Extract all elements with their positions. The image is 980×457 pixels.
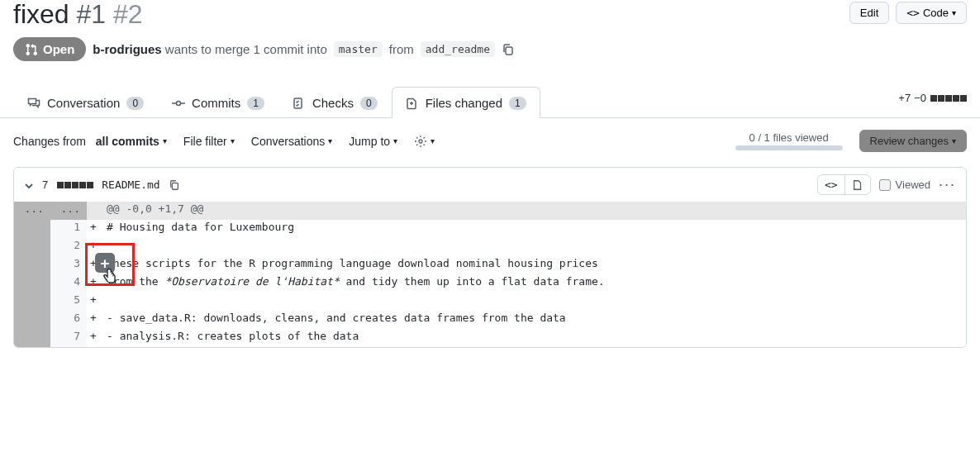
file-diff-icon bbox=[406, 97, 419, 110]
page-title: fixed #1 #2 bbox=[13, 0, 143, 29]
checks-count: 0 bbox=[360, 97, 378, 110]
caret-down-icon: ▾ bbox=[952, 8, 956, 17]
svg-point-7 bbox=[419, 140, 422, 143]
diff-line[interactable]: 5 + bbox=[14, 293, 966, 311]
author-link[interactable]: b-rodrigues bbox=[93, 42, 161, 56]
merge-action-text: wants to merge 1 commit into bbox=[165, 42, 327, 56]
caret-down-icon: ▾ bbox=[952, 136, 956, 145]
comment-discussion-icon bbox=[27, 97, 40, 110]
gear-icon bbox=[414, 135, 427, 148]
diff-hunk-header[interactable]: ... ... @@ -0,0 +1,7 @@ bbox=[14, 202, 966, 220]
from-label: from bbox=[389, 42, 414, 56]
files-viewed-progress: 0 / 1 files viewed bbox=[735, 131, 843, 150]
caret-down-icon: ▾ bbox=[328, 136, 332, 145]
diff-line[interactable]: 1 + # Housing data for Luxembourg bbox=[14, 220, 966, 238]
diffstat: +7 −0 bbox=[898, 92, 967, 112]
jump-to-dropdown[interactable]: Jump to ▾ bbox=[349, 135, 397, 148]
diff-line[interactable]: 3 + These scripts for the R programming … bbox=[14, 256, 966, 274]
conversations-dropdown[interactable]: Conversations ▾ bbox=[251, 135, 333, 148]
git-pull-request-icon bbox=[25, 43, 38, 56]
source-view-button[interactable]: <> bbox=[818, 175, 845, 194]
rendered-view-button[interactable] bbox=[845, 175, 870, 194]
copy-filepath-icon[interactable] bbox=[169, 179, 180, 191]
changes-from-dropdown[interactable]: Changes from all commits ▾ bbox=[13, 135, 167, 148]
file-name[interactable]: README.md bbox=[102, 179, 159, 191]
compare-branch-chip[interactable]: add_readme bbox=[421, 41, 495, 57]
conversation-count: 0 bbox=[126, 97, 144, 110]
diffstat-blocks-icon bbox=[56, 179, 93, 191]
commits-count: 1 bbox=[247, 97, 264, 110]
review-changes-button[interactable]: Review changes ▾ bbox=[859, 130, 967, 152]
edit-button[interactable]: Edit bbox=[849, 2, 889, 24]
state-badge-open: Open bbox=[13, 37, 86, 61]
diff-line[interactable]: 7 + - analysis.R: creates plots of the d… bbox=[14, 329, 966, 347]
issue-ref-secondary: #2 bbox=[113, 0, 143, 29]
diff-line[interactable]: 4 + from the *Observatoire de l'Habitat*… bbox=[14, 274, 966, 293]
chevron-down-icon bbox=[24, 181, 34, 191]
tab-conversation[interactable]: Conversation 0 bbox=[13, 87, 158, 118]
caret-down-icon: ▾ bbox=[231, 136, 235, 145]
diff-line[interactable]: 6 + - save_data.R: downloads, cleans, an… bbox=[14, 311, 966, 329]
git-commit-icon bbox=[172, 97, 185, 110]
copy-branch-icon[interactable] bbox=[502, 42, 515, 56]
file-filter-dropdown[interactable]: File filter ▾ bbox=[183, 135, 235, 148]
caret-down-icon: ▾ bbox=[163, 136, 167, 145]
tab-files-changed[interactable]: Files changed 1 bbox=[392, 87, 540, 118]
file-change-count: 7 bbox=[42, 179, 48, 191]
file-actions-menu[interactable]: ··· bbox=[939, 176, 956, 193]
diff-view-toggle[interactable]: <> bbox=[817, 174, 871, 195]
collapse-file-toggle[interactable] bbox=[24, 179, 34, 191]
caret-down-icon: ▾ bbox=[431, 136, 435, 145]
tab-commits[interactable]: Commits 1 bbox=[158, 87, 278, 118]
file-icon bbox=[852, 179, 863, 191]
files-count: 1 bbox=[509, 97, 526, 110]
issue-ref-primary: #1 bbox=[76, 0, 106, 29]
svg-point-1 bbox=[177, 101, 181, 105]
svg-rect-4 bbox=[294, 98, 302, 108]
viewed-checkbox[interactable]: Viewed bbox=[879, 179, 930, 191]
code-dropdown-button[interactable]: <> Code ▾ bbox=[896, 2, 967, 24]
svg-rect-8 bbox=[172, 183, 178, 190]
tab-checks[interactable]: Checks 0 bbox=[278, 87, 392, 118]
diff-settings-dropdown[interactable]: ▾ bbox=[414, 135, 435, 148]
checklist-icon bbox=[293, 97, 306, 110]
svg-rect-0 bbox=[506, 47, 512, 55]
caret-down-icon: ▾ bbox=[393, 136, 397, 145]
code-angle-icon: <> bbox=[906, 7, 920, 19]
cursor-hand-icon bbox=[102, 268, 118, 286]
diff-line[interactable]: 2 + bbox=[14, 238, 966, 256]
base-branch-chip[interactable]: master bbox=[334, 41, 383, 57]
diffstat-blocks-icon bbox=[930, 92, 967, 104]
